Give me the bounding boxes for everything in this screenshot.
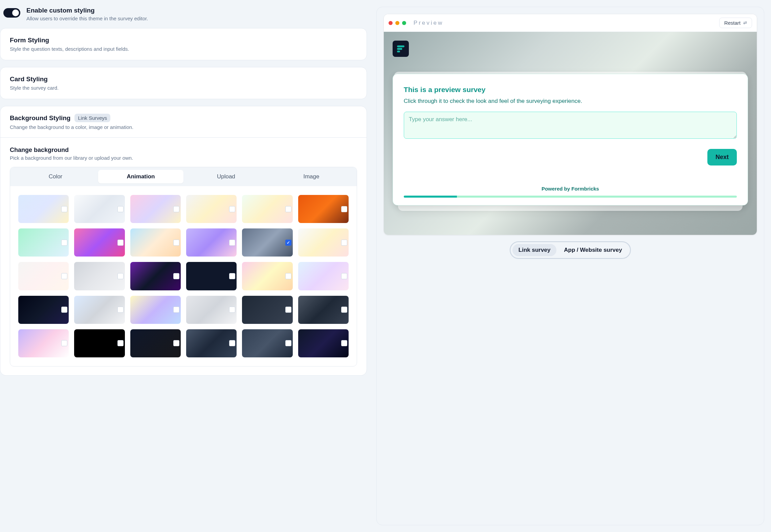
brand-logo [393,41,409,57]
survey-desc: Click through it to check the look and f… [404,97,737,106]
bg-tab-animation[interactable]: Animation [98,170,183,183]
form-styling-title: Form Styling [10,37,357,44]
bg-thumb[interactable] [186,262,237,290]
bg-thumb[interactable] [186,329,237,357]
bg-thumb-check-icon [173,206,179,212]
bg-thumb[interactable] [298,329,349,357]
bg-thumb[interactable] [242,228,292,257]
bg-thumb-check-icon [229,273,235,279]
bg-thumb[interactable] [18,329,69,357]
settings-column: Enable custom styling Allow users to ove… [0,7,367,525]
bg-thumb-check-icon [341,240,347,246]
bg-thumb-check-icon [285,206,291,212]
bg-thumb-check-icon [341,206,347,212]
traffic-light-close-icon[interactable] [389,21,393,25]
bg-thumb[interactable] [74,228,125,257]
bg-thumb-check-icon [117,206,124,212]
bg-thumb[interactable] [74,195,125,223]
bg-thumbs-grid [10,186,357,366]
bg-thumb[interactable] [298,296,349,324]
survey-answer-input[interactable] [404,112,737,139]
bg-desc: Change the background to a color, image … [10,124,357,130]
survey-card: This is a preview survey Click through i… [393,74,748,205]
survey-title: This is a preview survey [404,86,737,94]
svg-rect-1 [397,48,402,50]
bg-thumb-check-icon [61,240,67,246]
bg-thumb[interactable] [242,296,292,324]
powered-prefix: Powered by [542,186,571,192]
survey-type-option[interactable]: App / Website survey [558,244,628,256]
survey-type-option[interactable]: Link survey [512,244,557,256]
bg-tabs: ColorAnimationUploadImage [10,167,357,186]
bg-title: Background Styling [10,114,70,122]
bg-thumb[interactable] [130,228,181,257]
preview-titlebar: Preview Restart ⇄ [384,14,757,32]
bg-thumb[interactable] [130,262,181,290]
bg-tab-image[interactable]: Image [269,170,354,183]
form-styling-panel[interactable]: Form Styling Style the question texts, d… [0,28,367,60]
bg-thumb-check-icon [61,206,67,212]
bg-thumb-check-icon [285,273,291,279]
bg-thumb-check-icon [229,206,235,212]
card-styling-desc: Style the survey card. [10,85,357,91]
restart-button[interactable]: Restart ⇄ [719,18,752,28]
survey-type-switch: Link surveyApp / Website survey [510,241,631,259]
powered-by: Powered by Formbricks [404,186,737,192]
bg-thumb[interactable] [18,228,69,257]
svg-rect-0 [397,45,404,47]
traffic-light-max-icon[interactable] [402,21,406,25]
bg-thumb-check-icon [117,307,124,313]
survey-card-stack: This is a preview survey Click through i… [393,74,748,205]
traffic-light-min-icon[interactable] [395,21,399,25]
bg-thumb-check-icon [173,307,179,313]
bg-thumb[interactable] [18,262,69,290]
bg-thumb-check-icon [117,273,124,279]
bg-tab-upload[interactable]: Upload [183,170,269,183]
preview-window: Preview Restart ⇄ This is a preview surv… [383,14,757,235]
background-styling-panel: Background Styling Link Surveys Change t… [0,106,367,376]
survey-progress [404,196,737,198]
bg-thumb[interactable] [242,262,292,290]
brand-logo-icon [396,44,405,53]
bg-thumb[interactable] [130,296,181,324]
survey-progress-fill [404,196,457,198]
bg-thumb[interactable] [242,329,292,357]
bg-thumb[interactable] [74,262,125,290]
bg-thumb[interactable] [74,296,125,324]
background-styling-body: Change background Pick a background from… [0,138,367,375]
bg-thumb[interactable] [130,329,181,357]
bg-thumb-check-icon [61,340,67,346]
bg-thumb-check-icon [117,240,124,246]
bg-thumb[interactable] [186,296,237,324]
bg-thumb-check-icon [117,340,124,346]
preview-label: Preview [414,20,717,26]
bg-tab-box: ColorAnimationUploadImage [10,167,357,367]
bg-thumb[interactable] [18,296,69,324]
bg-thumb-check-icon [173,340,179,346]
bg-tab-color[interactable]: Color [13,170,98,183]
bg-thumb[interactable] [298,228,349,257]
enable-custom-styling-row: Enable custom styling Allow users to ove… [0,7,367,21]
bg-thumb-check-icon [229,340,235,346]
bg-thumb-check-icon [285,240,291,246]
survey-next-button[interactable]: Next [707,149,737,165]
bg-thumb[interactable] [18,195,69,223]
bg-thumb[interactable] [186,195,237,223]
card-styling-panel[interactable]: Card Styling Style the survey card. [0,67,367,99]
custom-styling-title: Enable custom styling [26,7,148,14]
form-styling-desc: Style the question texts, descriptions a… [10,46,357,52]
bg-thumb[interactable] [298,262,349,290]
bg-thumb-check-icon [285,340,291,346]
bg-thumb[interactable] [74,329,125,357]
custom-styling-toggle[interactable] [3,8,20,18]
bg-thumb[interactable] [130,195,181,223]
bg-thumb[interactable] [186,228,237,257]
bg-thumb-check-icon [173,240,179,246]
background-styling-header[interactable]: Background Styling Link Surveys Change t… [0,106,367,138]
restart-icon: ⇄ [743,20,747,25]
change-bg-title: Change background [10,147,357,154]
change-bg-desc: Pick a background from our library or up… [10,155,357,161]
bg-thumb[interactable] [298,195,349,223]
bg-thumb[interactable] [242,195,292,223]
bg-thumb-check-icon [341,340,347,346]
